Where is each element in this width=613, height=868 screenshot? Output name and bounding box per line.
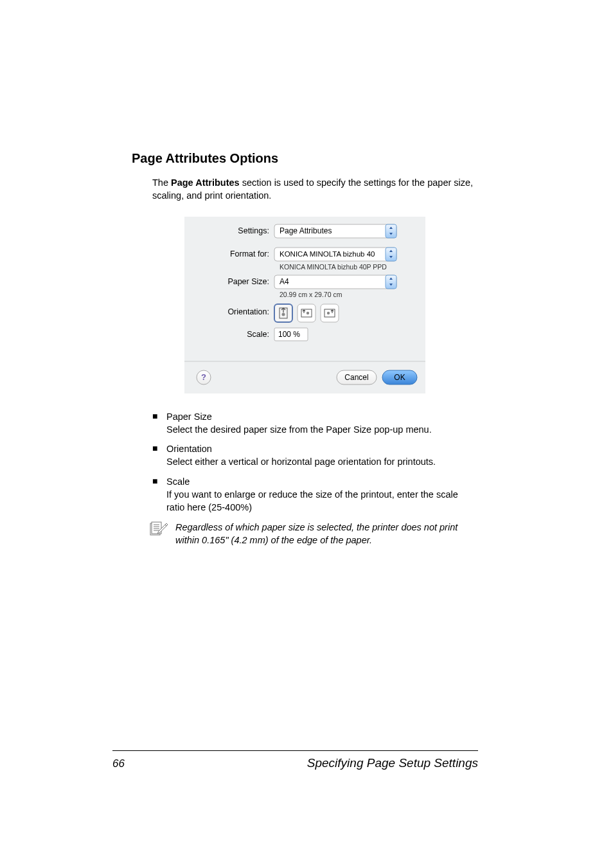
item-desc: Select the desired paper size from the P… xyxy=(166,423,478,436)
note: Regardless of which paper size is select… xyxy=(150,521,478,547)
orientation-portrait-button[interactable] xyxy=(274,304,292,322)
intro-bold: Page Attributes xyxy=(171,177,240,188)
scale-label: Scale: xyxy=(247,330,269,339)
papersize-value: A4 xyxy=(280,277,289,286)
formatfor-label: Format for: xyxy=(230,249,269,258)
svg-rect-2 xyxy=(386,224,396,238)
svg-point-10 xyxy=(306,311,309,314)
svg-text:OK: OK xyxy=(394,373,405,382)
svg-rect-4 xyxy=(386,275,396,289)
orientation-landscape-right-button[interactable] xyxy=(321,304,339,322)
item-title: Orientation xyxy=(166,442,478,455)
formatfor-value: KONICA MINOLTA bizhub 40 xyxy=(280,250,375,258)
list-item: Orientation Select either a vertical or … xyxy=(152,442,478,469)
footer: 66 Specifying Page Setup Settings xyxy=(112,750,478,770)
item-title: Paper Size xyxy=(166,410,478,423)
svg-point-7 xyxy=(282,312,285,316)
help-button[interactable]: ? xyxy=(197,370,211,384)
item-desc: If you want to enlarge or reduce the siz… xyxy=(166,488,478,514)
svg-text:?: ? xyxy=(201,372,206,382)
options-list: Paper Size Select the desired paper size… xyxy=(152,410,478,514)
footer-title: Specifying Page Setup Settings xyxy=(307,756,478,770)
papersize-sub: 20.99 cm x 29.70 cm xyxy=(280,291,342,298)
note-icon xyxy=(150,521,169,536)
svg-text:Cancel: Cancel xyxy=(344,373,368,382)
intro-pre: The xyxy=(152,177,171,188)
settings-value: Page Attributes xyxy=(280,226,332,235)
list-item: Paper Size Select the desired paper size… xyxy=(152,410,478,437)
page-setup-dialog: Settings: Page Attributes Format for: KO… xyxy=(184,217,425,393)
page-attributes-heading: Page Attributes Options xyxy=(132,151,478,166)
papersize-dropdown[interactable] xyxy=(274,275,396,289)
svg-rect-3 xyxy=(386,248,396,261)
scale-value: 100 % xyxy=(278,330,300,339)
item-desc: Select either a vertical or horizontal p… xyxy=(166,455,478,468)
footer-page-number: 66 xyxy=(112,757,125,770)
formatfor-sub: KONICA MINOLTA bizhub 40P PPD xyxy=(280,263,387,271)
item-title: Scale xyxy=(166,475,478,488)
svg-point-13 xyxy=(327,311,330,314)
list-item: Scale If you want to enlarge or reduce t… xyxy=(152,475,478,514)
note-text: Regardless of which paper size is select… xyxy=(175,521,478,547)
orientation-label: Orientation: xyxy=(227,307,269,316)
papersize-label: Paper Size: xyxy=(227,277,269,286)
ok-button[interactable]: OK xyxy=(382,370,417,384)
cancel-button[interactable]: Cancel xyxy=(337,370,377,384)
intro-text: The Page Attributes section is used to s… xyxy=(152,176,478,203)
settings-label: Settings: xyxy=(238,226,269,235)
orientation-landscape-left-button[interactable] xyxy=(298,304,315,322)
